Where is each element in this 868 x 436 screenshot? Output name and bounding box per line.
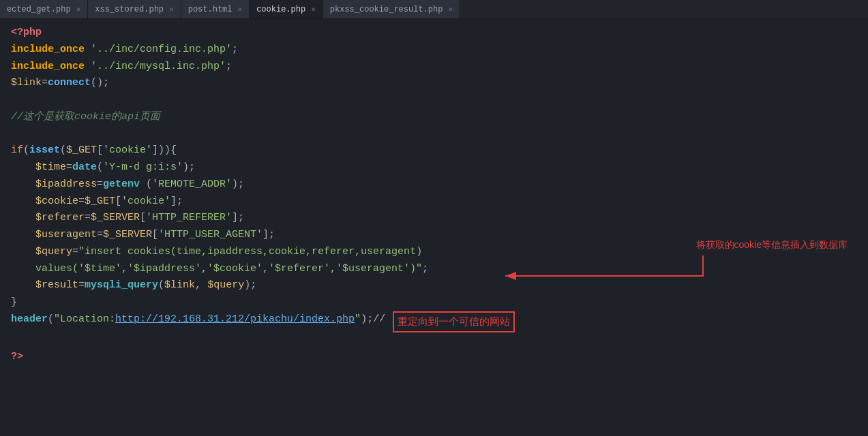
annotation-redirect-box: 重定向到一个可信的网站 (393, 311, 515, 332)
tab-close-icon[interactable]: ✕ (169, 5, 174, 14)
code-line-10: $referer=$_SERVER['HTTP_REFERER']; (0, 210, 868, 227)
tab-label: ected_get.php (7, 5, 71, 14)
tab-close-icon[interactable]: ✕ (311, 5, 316, 14)
tab-label: cookie.php (256, 5, 305, 14)
tab-close-icon[interactable]: ✕ (238, 5, 243, 14)
tab-post-html[interactable]: post.html ✕ (181, 0, 250, 18)
tab-xss-stored[interactable]: xss_stored.php ✕ (88, 0, 181, 18)
code-line-blank2 (0, 126, 868, 143)
tab-close-icon[interactable]: ✕ (448, 5, 453, 14)
code-line-6: if(isset($_GET['cookie'])){ (0, 142, 868, 159)
code-editor: <?php include_once '../inc/config.inc.ph… (0, 19, 868, 371)
tab-close-icon[interactable]: ✕ (76, 5, 81, 14)
tab-label: post.html (188, 5, 233, 14)
code-line-1: <?php (0, 25, 868, 42)
code-line-16: header("Location:http://192.168.31.212/p… (0, 311, 868, 332)
code-line-3: include_once '../inc/mysql.inc.php'; (0, 59, 868, 76)
code-line-2: include_once '../inc/config.inc.php'; (0, 42, 868, 59)
tab-bar: ected_get.php ✕ xss_stored.php ✕ post.ht… (0, 0, 868, 19)
code-line-blank3 (0, 332, 868, 349)
code-line-5: //这个是获取cookie的api页面 (0, 109, 868, 126)
code-line-8: $ipaddress=getenv ('REMOTE_ADDR'); (0, 176, 868, 193)
tab-cookie-php[interactable]: cookie.php ✕ (250, 0, 323, 18)
tab-label: pkxss_cookie_result.php (330, 5, 443, 14)
code-line-17: ?> (0, 349, 868, 366)
code-line-blank1 (0, 92, 868, 109)
annotation-insert-db: 将获取的cookie等信息插入到数据库 (696, 237, 848, 303)
annotation-arrow-svg (696, 255, 819, 303)
annotation-insert-db-text: 将获取的cookie等信息插入到数据库 (696, 237, 848, 253)
code-line-7: $time=date('Y-m-d g:i:s'); (0, 159, 868, 176)
tab-pkxss-cookie-result[interactable]: pkxss_cookie_result.php ✕ (323, 0, 460, 18)
tab-ected-get[interactable]: ected_get.php ✕ (0, 0, 88, 18)
code-line-4: $link=connect(); (0, 75, 868, 92)
code-line-9: $cookie=$_GET['cookie']; (0, 193, 868, 211)
tab-label: xss_stored.php (95, 5, 164, 14)
